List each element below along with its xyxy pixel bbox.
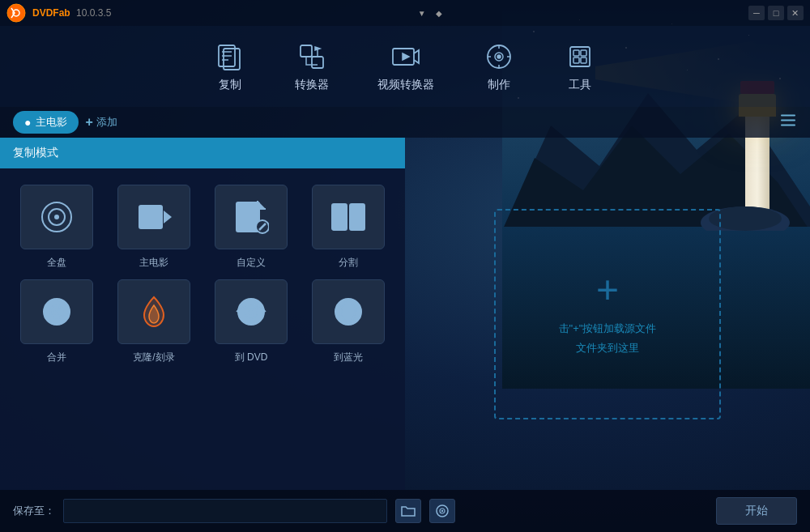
nav-item-convert[interactable]: 转换器 [295,40,329,92]
folder-button[interactable] [395,499,421,523]
svg-rect-23 [781,125,795,126]
mode-label-merge: 合并 [47,351,66,364]
nav-item-create[interactable]: 制作 [483,40,515,92]
svg-marker-10 [315,47,320,50]
nav-label-tools: 工具 [569,78,591,92]
convert-icon [296,40,328,73]
mode-label-clone-burn: 克隆/刻录 [133,351,174,364]
bottombar: 保存至： 开始 [0,490,810,532]
mode-label-custom: 自定义 [237,256,266,270]
drop-plus-sign: + [596,270,619,309]
list-icon[interactable] [779,112,797,134]
svg-point-44 [249,309,254,314]
app-title: DVDFab 10.0.3.5 [32,7,111,19]
tray-icon-2: ◆ [436,9,442,18]
save-path-input[interactable] [63,499,387,523]
mode-item-to-dvd[interactable]: 到 DVD [207,279,295,364]
main-area: 复制模式 全盘 [0,138,810,490]
mode-btn-split[interactable] [312,185,385,249]
dvdfab-logo [6,3,26,23]
close-button[interactable]: ✕ [787,6,804,20]
tab-main-movie[interactable]: ● 主电影 [13,111,79,134]
mode-btn-clone-burn[interactable] [117,279,190,344]
save-label: 保存至： [13,504,55,518]
nav-label-create: 制作 [488,78,510,92]
video-convert-icon [390,40,422,73]
mode-item-clone-burn[interactable]: 克隆/刻录 [110,279,198,364]
mode-btn-to-dvd[interactable] [215,279,288,344]
tools-icon [564,40,596,73]
svg-rect-37 [350,204,364,230]
copy-mode-panel: 复制模式 全盘 [0,138,405,490]
mode-label-split: 分割 [339,256,358,270]
svg-rect-21 [781,115,795,117]
drop-text: 击"+"按钮加载源文件 文件夹到这里 [559,319,657,357]
minimize-button[interactable]: ─ [748,6,765,20]
svg-marker-12 [403,53,409,60]
mode-label-main-movie: 主电影 [139,256,168,270]
svg-rect-17 [573,50,579,56]
svg-marker-32 [164,211,172,223]
mode-item-split[interactable]: 分割 [305,185,392,270]
svg-rect-9 [312,57,323,68]
start-button[interactable]: 开始 [716,497,797,525]
svg-rect-27 [139,206,162,228]
disc-button[interactable] [429,499,455,523]
svg-point-15 [497,55,501,58]
mode-item-merge[interactable]: 合并 [13,279,100,364]
mode-item-to-bluray[interactable]: 到蓝光 [305,279,392,364]
svg-rect-16 [570,47,590,66]
mode-btn-main-movie[interactable] [117,185,190,249]
panel-header: 复制模式 [0,138,405,168]
svg-rect-18 [581,50,586,56]
tray-icon-1: ▼ [418,9,426,18]
mode-btn-custom[interactable] [215,185,288,249]
top-navigation: 复制 转换器 视频转换器 [0,26,810,107]
create-icon [483,40,515,73]
tabbar: ● 主电影 + 添加 [0,107,810,138]
maximize-button[interactable]: □ [768,6,784,20]
start-button-label: 开始 [745,504,768,517]
titlebar: DVDFab 10.0.3.5 ▼ ◆ ─ □ ✕ [0,0,810,26]
tab-add[interactable]: + 添加 [85,115,117,130]
nav-item-tools[interactable]: 工具 [564,40,596,92]
tab-main-movie-label: 主电影 [36,115,67,130]
svg-rect-19 [573,57,579,63]
svg-rect-20 [581,57,586,63]
svg-point-50 [441,510,443,512]
mode-label-full-disc: 全盘 [47,256,66,270]
nav-item-copy[interactable]: 复制 [214,40,246,92]
right-panel: + 击"+"按钮加载源文件 文件夹到这里 [405,138,810,490]
mode-item-main-movie[interactable]: 主电影 [110,185,198,270]
mode-item-custom[interactable]: 自定义 [207,185,295,270]
nav-label-copy: 复制 [219,78,241,92]
mode-btn-to-bluray[interactable] [312,279,385,344]
mode-btn-full-disc[interactable] [20,185,93,249]
svg-rect-8 [301,45,312,57]
mode-grid: 全盘 主电影 [0,168,405,381]
copy-icon [214,40,246,73]
svg-point-4 [7,4,25,22]
nav-label-convert: 转换器 [295,78,329,92]
nav-label-video-convert: 视频转换器 [377,78,434,92]
svg-rect-36 [332,204,347,230]
panel-header-text: 复制模式 [13,146,58,159]
nav-item-video-convert[interactable]: 视频转换器 [377,40,434,92]
mode-label-to-bluray: 到蓝光 [334,351,363,364]
mode-btn-merge[interactable] [20,279,93,344]
mode-item-full-disc[interactable]: 全盘 [13,185,100,270]
svg-rect-22 [781,120,795,121]
svg-point-26 [54,215,59,219]
tab-add-label: 添加 [96,115,117,130]
titlebar-left: DVDFab 10.0.3.5 [6,3,111,23]
titlebar-controls: ─ □ ✕ [748,6,804,20]
drop-zone[interactable]: + 击"+"按钮加载源文件 文件夹到这里 [494,209,721,419]
mode-label-to-dvd: 到 DVD [235,351,268,364]
